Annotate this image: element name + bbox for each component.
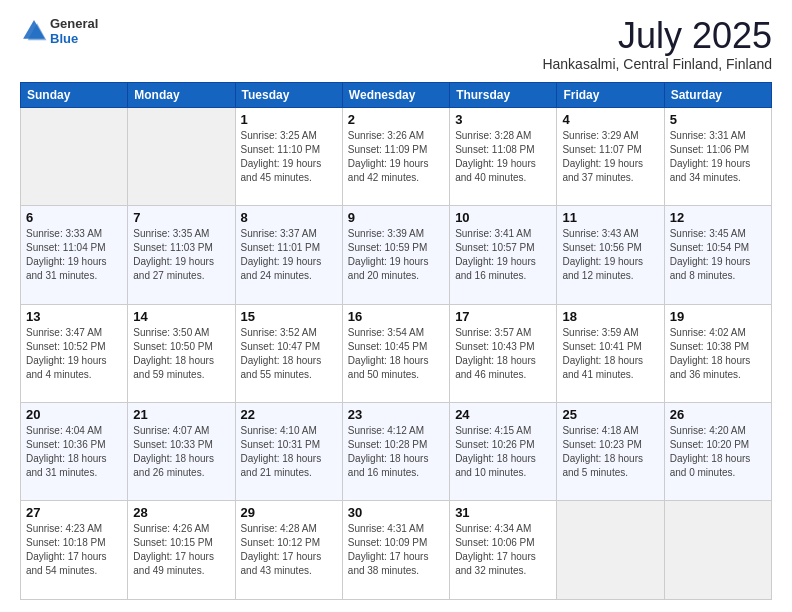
day-number: 24 — [455, 407, 551, 422]
table-row — [664, 501, 771, 600]
table-row: 20Sunrise: 4:04 AMSunset: 10:36 PMDaylig… — [21, 403, 128, 501]
day-number: 5 — [670, 112, 766, 127]
table-row: 28Sunrise: 4:26 AMSunset: 10:15 PMDaylig… — [128, 501, 235, 600]
table-row: 31Sunrise: 4:34 AMSunset: 10:06 PMDaylig… — [450, 501, 557, 600]
col-monday: Monday — [128, 82, 235, 107]
table-row: 24Sunrise: 4:15 AMSunset: 10:26 PMDaylig… — [450, 403, 557, 501]
logo-blue-text: Blue — [50, 31, 98, 46]
day-info: Sunrise: 3:43 AMSunset: 10:56 PMDaylight… — [562, 227, 658, 283]
table-row: 22Sunrise: 4:10 AMSunset: 10:31 PMDaylig… — [235, 403, 342, 501]
header: General Blue July 2025 Hankasalmi, Centr… — [20, 16, 772, 72]
day-number: 17 — [455, 309, 551, 324]
calendar-week-row: 6Sunrise: 3:33 AMSunset: 11:04 PMDayligh… — [21, 206, 772, 304]
calendar-week-row: 13Sunrise: 3:47 AMSunset: 10:52 PMDaylig… — [21, 304, 772, 402]
day-info: Sunrise: 3:33 AMSunset: 11:04 PMDaylight… — [26, 227, 122, 283]
day-number: 21 — [133, 407, 229, 422]
table-row: 27Sunrise: 4:23 AMSunset: 10:18 PMDaylig… — [21, 501, 128, 600]
day-number: 23 — [348, 407, 444, 422]
day-info: Sunrise: 3:41 AMSunset: 10:57 PMDaylight… — [455, 227, 551, 283]
day-info: Sunrise: 3:31 AMSunset: 11:06 PMDaylight… — [670, 129, 766, 185]
day-number: 16 — [348, 309, 444, 324]
logo-general-text: General — [50, 16, 98, 31]
day-number: 18 — [562, 309, 658, 324]
table-row: 19Sunrise: 4:02 AMSunset: 10:38 PMDaylig… — [664, 304, 771, 402]
calendar-header-row: Sunday Monday Tuesday Wednesday Thursday… — [21, 82, 772, 107]
logo: General Blue — [20, 16, 98, 46]
day-number: 27 — [26, 505, 122, 520]
table-row — [128, 107, 235, 205]
day-number: 19 — [670, 309, 766, 324]
table-row: 7Sunrise: 3:35 AMSunset: 11:03 PMDayligh… — [128, 206, 235, 304]
day-number: 1 — [241, 112, 337, 127]
col-wednesday: Wednesday — [342, 82, 449, 107]
month-title: July 2025 — [542, 16, 772, 56]
table-row: 2Sunrise: 3:26 AMSunset: 11:09 PMDayligh… — [342, 107, 449, 205]
page: General Blue July 2025 Hankasalmi, Centr… — [0, 0, 792, 612]
day-info: Sunrise: 3:57 AMSunset: 10:43 PMDaylight… — [455, 326, 551, 382]
title-block: July 2025 Hankasalmi, Central Finland, F… — [542, 16, 772, 72]
day-info: Sunrise: 4:12 AMSunset: 10:28 PMDaylight… — [348, 424, 444, 480]
day-number: 13 — [26, 309, 122, 324]
table-row: 15Sunrise: 3:52 AMSunset: 10:47 PMDaylig… — [235, 304, 342, 402]
logo-icon — [20, 17, 48, 45]
table-row: 17Sunrise: 3:57 AMSunset: 10:43 PMDaylig… — [450, 304, 557, 402]
logo-text: General Blue — [50, 16, 98, 46]
table-row: 26Sunrise: 4:20 AMSunset: 10:20 PMDaylig… — [664, 403, 771, 501]
day-info: Sunrise: 3:29 AMSunset: 11:07 PMDaylight… — [562, 129, 658, 185]
day-info: Sunrise: 3:26 AMSunset: 11:09 PMDaylight… — [348, 129, 444, 185]
day-number: 15 — [241, 309, 337, 324]
day-info: Sunrise: 3:47 AMSunset: 10:52 PMDaylight… — [26, 326, 122, 382]
day-info: Sunrise: 4:18 AMSunset: 10:23 PMDaylight… — [562, 424, 658, 480]
table-row: 3Sunrise: 3:28 AMSunset: 11:08 PMDayligh… — [450, 107, 557, 205]
day-info: Sunrise: 3:39 AMSunset: 10:59 PMDaylight… — [348, 227, 444, 283]
table-row: 12Sunrise: 3:45 AMSunset: 10:54 PMDaylig… — [664, 206, 771, 304]
day-number: 6 — [26, 210, 122, 225]
col-sunday: Sunday — [21, 82, 128, 107]
table-row — [557, 501, 664, 600]
day-info: Sunrise: 4:07 AMSunset: 10:33 PMDaylight… — [133, 424, 229, 480]
day-info: Sunrise: 3:35 AMSunset: 11:03 PMDaylight… — [133, 227, 229, 283]
day-number: 3 — [455, 112, 551, 127]
day-info: Sunrise: 4:34 AMSunset: 10:06 PMDaylight… — [455, 522, 551, 578]
day-number: 4 — [562, 112, 658, 127]
day-number: 30 — [348, 505, 444, 520]
table-row: 4Sunrise: 3:29 AMSunset: 11:07 PMDayligh… — [557, 107, 664, 205]
day-number: 14 — [133, 309, 229, 324]
table-row: 6Sunrise: 3:33 AMSunset: 11:04 PMDayligh… — [21, 206, 128, 304]
day-number: 7 — [133, 210, 229, 225]
table-row: 29Sunrise: 4:28 AMSunset: 10:12 PMDaylig… — [235, 501, 342, 600]
location-title: Hankasalmi, Central Finland, Finland — [542, 56, 772, 72]
day-info: Sunrise: 3:52 AMSunset: 10:47 PMDaylight… — [241, 326, 337, 382]
table-row: 11Sunrise: 3:43 AMSunset: 10:56 PMDaylig… — [557, 206, 664, 304]
day-info: Sunrise: 3:50 AMSunset: 10:50 PMDaylight… — [133, 326, 229, 382]
day-info: Sunrise: 4:28 AMSunset: 10:12 PMDaylight… — [241, 522, 337, 578]
day-number: 9 — [348, 210, 444, 225]
day-number: 8 — [241, 210, 337, 225]
day-number: 22 — [241, 407, 337, 422]
day-number: 25 — [562, 407, 658, 422]
day-number: 31 — [455, 505, 551, 520]
table-row: 21Sunrise: 4:07 AMSunset: 10:33 PMDaylig… — [128, 403, 235, 501]
calendar-week-row: 1Sunrise: 3:25 AMSunset: 11:10 PMDayligh… — [21, 107, 772, 205]
day-info: Sunrise: 4:04 AMSunset: 10:36 PMDaylight… — [26, 424, 122, 480]
day-info: Sunrise: 3:25 AMSunset: 11:10 PMDaylight… — [241, 129, 337, 185]
day-info: Sunrise: 3:28 AMSunset: 11:08 PMDaylight… — [455, 129, 551, 185]
table-row: 18Sunrise: 3:59 AMSunset: 10:41 PMDaylig… — [557, 304, 664, 402]
table-row: 10Sunrise: 3:41 AMSunset: 10:57 PMDaylig… — [450, 206, 557, 304]
col-tuesday: Tuesday — [235, 82, 342, 107]
calendar-week-row: 27Sunrise: 4:23 AMSunset: 10:18 PMDaylig… — [21, 501, 772, 600]
table-row: 30Sunrise: 4:31 AMSunset: 10:09 PMDaylig… — [342, 501, 449, 600]
table-row: 13Sunrise: 3:47 AMSunset: 10:52 PMDaylig… — [21, 304, 128, 402]
col-saturday: Saturday — [664, 82, 771, 107]
day-info: Sunrise: 3:54 AMSunset: 10:45 PMDaylight… — [348, 326, 444, 382]
day-info: Sunrise: 4:31 AMSunset: 10:09 PMDaylight… — [348, 522, 444, 578]
day-number: 12 — [670, 210, 766, 225]
day-number: 20 — [26, 407, 122, 422]
day-number: 11 — [562, 210, 658, 225]
table-row: 16Sunrise: 3:54 AMSunset: 10:45 PMDaylig… — [342, 304, 449, 402]
table-row — [21, 107, 128, 205]
day-number: 26 — [670, 407, 766, 422]
day-info: Sunrise: 3:37 AMSunset: 11:01 PMDaylight… — [241, 227, 337, 283]
table-row: 5Sunrise: 3:31 AMSunset: 11:06 PMDayligh… — [664, 107, 771, 205]
table-row: 9Sunrise: 3:39 AMSunset: 10:59 PMDayligh… — [342, 206, 449, 304]
